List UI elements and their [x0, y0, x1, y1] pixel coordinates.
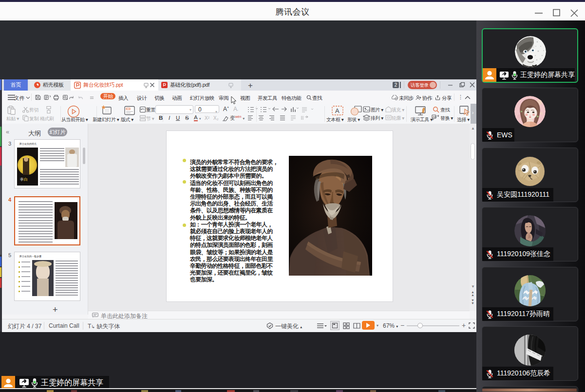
svg-text:A: A: [335, 107, 340, 114]
svg-text:AB: AB: [433, 115, 436, 118]
